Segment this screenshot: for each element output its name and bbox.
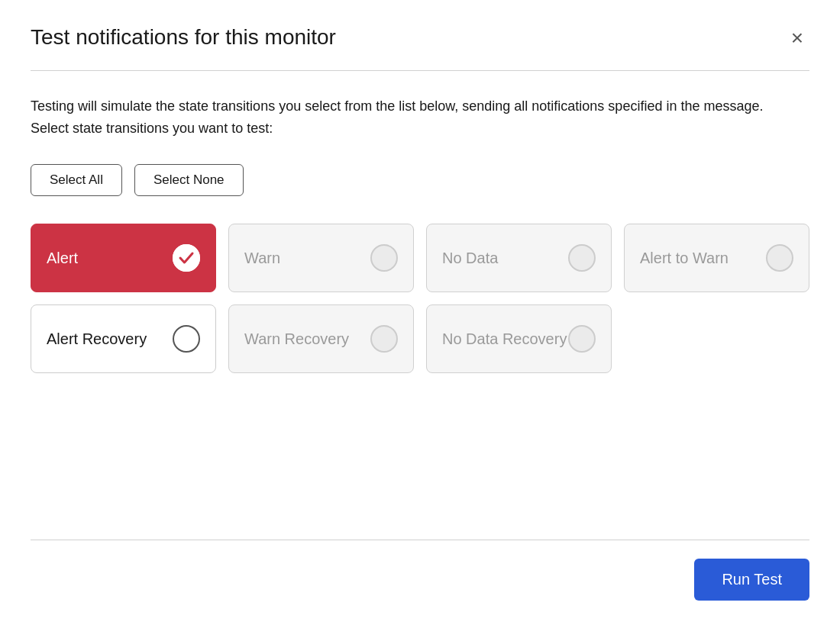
options-row-1: Alert Warn No Data Alert to Warn	[31, 224, 809, 292]
option-warn[interactable]: Warn	[228, 224, 414, 292]
option-no-data-recovery[interactable]: No Data Recovery	[426, 304, 612, 373]
option-warn-recovery-radio	[370, 325, 398, 353]
option-alert-to-warn-radio	[766, 244, 793, 272]
option-alert[interactable]: Alert	[31, 224, 216, 292]
option-no-data-recovery-radio	[568, 325, 596, 353]
option-warn-recovery-label: Warn Recovery	[244, 329, 349, 349]
option-alert-to-warn-label: Alert to Warn	[640, 248, 729, 268]
select-none-button[interactable]: Select None	[134, 164, 244, 196]
option-no-data-recovery-label: No Data Recovery	[442, 329, 567, 349]
option-alert-check	[173, 244, 200, 272]
option-alert-recovery-label: Alert Recovery	[47, 329, 147, 349]
option-no-data-label: No Data	[442, 248, 498, 268]
selection-buttons: Select All Select None	[31, 164, 809, 196]
modal-footer: Run Test	[31, 540, 809, 601]
svg-point-0	[173, 245, 199, 271]
description-text: Testing will simulate the state transiti…	[31, 95, 794, 140]
select-all-button[interactable]: Select All	[31, 164, 122, 196]
modal-container: Test notifications for this monitor × Te…	[0, 0, 840, 625]
option-alert-label: Alert	[47, 248, 78, 268]
option-warn-radio	[370, 244, 398, 272]
option-alert-recovery[interactable]: Alert Recovery	[31, 304, 216, 373]
option-alert-to-warn[interactable]: Alert to Warn	[624, 224, 809, 292]
option-warn-label: Warn	[244, 248, 280, 268]
run-test-button[interactable]: Run Test	[694, 559, 809, 601]
close-button[interactable]: ×	[785, 24, 809, 52]
option-warn-recovery[interactable]: Warn Recovery	[228, 304, 414, 373]
option-alert-recovery-radio	[173, 325, 200, 353]
modal-title: Test notifications for this monitor	[31, 24, 336, 50]
option-no-data[interactable]: No Data	[426, 224, 612, 292]
option-no-data-radio	[568, 244, 596, 272]
header-divider	[31, 70, 809, 71]
options-row-2: Alert Recovery Warn Recovery No Data Rec…	[31, 304, 809, 373]
modal-header: Test notifications for this monitor ×	[31, 24, 809, 52]
